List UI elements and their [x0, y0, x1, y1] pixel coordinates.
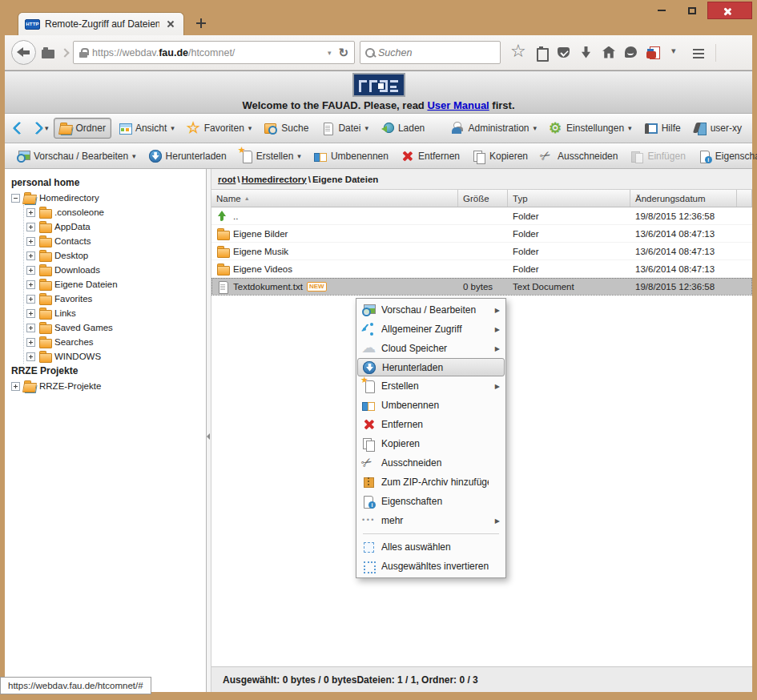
menu-item-mehr[interactable]: mehr ▶	[357, 511, 505, 530]
tree-item[interactable]: .consoleone	[26, 205, 206, 219]
ordner-button[interactable]: Ordner	[54, 118, 111, 139]
table-row[interactable]: Eigene Videos Folder 13/6/2014 08:47:13	[211, 260, 752, 278]
bookmarks-menu-icon[interactable]	[534, 46, 549, 60]
tree-item[interactable]: AppData	[26, 219, 206, 234]
menu-item-alles-auswaehlen[interactable]: Alles auswählen ▶	[357, 537, 505, 557]
ausschneiden-button[interactable]: Ausschneiden	[535, 146, 623, 167]
reload-icon[interactable]: ↻	[336, 46, 351, 60]
table-row[interactable]: Eigene Bilder Folder 13/6/2014 08:47:13	[211, 225, 752, 243]
panel-splitter[interactable]	[207, 169, 211, 692]
expand-icon[interactable]	[26, 295, 35, 304]
vorschau-bearbeiten-button[interactable]: Vorschau / Bearbeiten ▾	[11, 146, 142, 167]
column-header-modified[interactable]: Änderungsdatum	[630, 190, 737, 207]
expand-icon[interactable]	[26, 309, 35, 318]
nav-back-icon[interactable]	[11, 120, 24, 136]
tree-item[interactable]: Favorites	[26, 292, 206, 306]
tree-item[interactable]: Desktop	[26, 248, 206, 263]
user-manual-link[interactable]: User Manual	[427, 99, 489, 111]
recent-pages-icon[interactable]	[41, 46, 57, 60]
einfuegen-button[interactable]: Einfügen	[625, 146, 691, 167]
tab-close-icon[interactable]	[164, 18, 177, 30]
app-menu-icon[interactable]	[691, 46, 706, 60]
eigenschaften-button[interactable]: Eigenschaften	[693, 146, 757, 167]
breadcrumb-part[interactable]: root	[218, 175, 242, 184]
logout-button[interactable]: user-xy	[688, 118, 747, 139]
new-tab-button[interactable]	[194, 16, 213, 32]
table-row[interactable]: .. Folder 19/8/2015 12:36:58	[211, 207, 752, 225]
column-header-type[interactable]: Typ	[508, 190, 630, 207]
expand-icon[interactable]	[26, 352, 35, 361]
breadcrumb-part[interactable]: Homedirectory	[242, 175, 312, 184]
collapse-icon[interactable]	[11, 194, 20, 203]
menu-item-umbenennen[interactable]: Umbenennen ▶	[357, 396, 505, 415]
expand-icon[interactable]	[26, 266, 35, 275]
menu-item-cloud-speicher[interactable]: Cloud Speicher ▶	[357, 339, 505, 358]
menu-item-herunterladen[interactable]: Herunterladen ▶	[357, 358, 505, 376]
minimize-button[interactable]	[646, 2, 677, 19]
bookmark-star-icon[interactable]	[512, 46, 526, 60]
tree-item[interactable]: Downloads	[26, 263, 206, 277]
ansicht-button[interactable]: Ansicht ▾	[113, 118, 180, 139]
menu-item-vorschau-bearbeiten[interactable]: Vorschau / Bearbeiten ▶	[357, 300, 505, 320]
einstellungen-button[interactable]: Einstellungen ▾	[544, 118, 638, 139]
administration-button[interactable]: Administration ▾	[445, 118, 542, 139]
search-bar[interactable]	[360, 41, 501, 64]
tree-item[interactable]: Saved Games	[26, 320, 206, 335]
search-input[interactable]	[378, 47, 497, 58]
erstellen-button[interactable]: Erstellen ▾	[234, 146, 307, 167]
url-bar[interactable]: https://webdav.fau.de/htcomnet/ ▾ ↻	[73, 41, 355, 64]
column-header-size[interactable]: Größe	[458, 190, 508, 207]
column-header-name[interactable]: Name▲	[211, 190, 458, 207]
back-button[interactable]	[11, 40, 36, 65]
tree-item[interactable]: Links	[26, 306, 206, 320]
home-icon[interactable]	[602, 46, 616, 60]
nav-forward-icon[interactable]	[29, 120, 42, 136]
tree-item[interactable]: Searches	[26, 335, 206, 349]
menu-item-erstellen[interactable]: Erstellen ▶	[357, 376, 505, 396]
tree-item[interactable]: Contacts	[26, 234, 206, 248]
expand-icon[interactable]	[26, 280, 35, 289]
expand-icon[interactable]	[11, 382, 20, 391]
tree-item[interactable]: WINDOWS	[26, 349, 206, 364]
breadcrumb-part[interactable]: Eigene Dateien	[312, 175, 378, 184]
expand-icon[interactable]	[26, 223, 35, 231]
expand-icon[interactable]	[26, 251, 35, 260]
pocket-icon[interactable]	[557, 46, 571, 60]
expand-icon[interactable]	[26, 208, 35, 217]
hilfe-button[interactable]: Hilfe	[639, 118, 687, 139]
expand-icon[interactable]	[26, 338, 35, 347]
close-button[interactable]	[707, 2, 752, 19]
menu-item-eigenschaften[interactable]: Eigenschaften ▶	[357, 492, 505, 511]
maximize-button[interactable]	[677, 2, 707, 19]
nav-history-caret-icon[interactable]: ▾	[45, 124, 49, 132]
url-dropdown-icon[interactable]: ▾	[326, 49, 333, 57]
dropdown-icon[interactable]	[669, 46, 683, 60]
table-row[interactable]: Textdokument.txt NEW 0 bytes Text Docume…	[211, 278, 752, 296]
herunterladen-button[interactable]: Herunterladen	[143, 146, 232, 167]
expand-icon[interactable]	[26, 237, 35, 246]
chat-icon[interactable]	[624, 46, 638, 60]
entfernen-button[interactable]: Entfernen	[396, 146, 465, 167]
menu-item-auswahl-invertieren[interactable]: Ausgewähltes invertieren ▶	[357, 557, 505, 576]
favoriten-button[interactable]: Favoriten ▾	[182, 118, 258, 139]
downloads-icon[interactable]	[579, 46, 594, 60]
laden-button[interactable]: Laden	[376, 118, 430, 139]
tree-item[interactable]: Eigene Dateien	[26, 277, 206, 292]
tab-remote-zugriff[interactable]: HTTP Remote-Zugriff auf Dateien	[18, 12, 184, 35]
pdf-convert-icon[interactable]	[646, 46, 661, 60]
menu-item-ausschneiden[interactable]: Ausschneiden ▶	[357, 453, 505, 473]
menu-item-entfernen[interactable]: Entfernen ▶	[357, 415, 505, 434]
menu-separator[interactable]: ▶	[363, 533, 499, 534]
tree-item-rrze-projekte[interactable]: RRZE-Projekte	[11, 379, 206, 393]
table-row[interactable]: Eigene Musik Folder 13/6/2014 08:47:13	[211, 243, 752, 260]
url-input[interactable]: https://webdav.fau.de/htcomnet/	[92, 47, 323, 58]
kopieren-button[interactable]: Kopieren	[467, 146, 534, 167]
menu-item-allgemeiner-zugriff[interactable]: Allgemeiner Zugriff ▶	[357, 320, 505, 339]
suche-button[interactable]: Suche	[259, 118, 314, 139]
menu-item-kopieren[interactable]: Kopieren ▶	[357, 434, 505, 453]
menu-item-zip-hinzufuegen[interactable]: Zum ZIP-Archiv hinzufügen ▶	[357, 473, 505, 492]
expand-icon[interactable]	[26, 324, 35, 332]
tree-item-homedirectory[interactable]: Homedirectory	[11, 191, 206, 205]
datei-button[interactable]: Datei ▾	[316, 118, 374, 139]
umbenennen-button[interactable]: Umbenennen	[308, 146, 394, 167]
